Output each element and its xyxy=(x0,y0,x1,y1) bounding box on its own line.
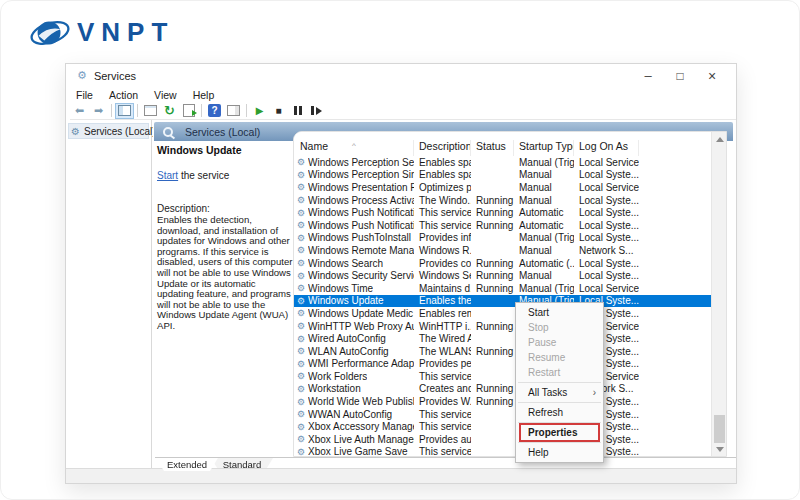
menu-item-label: Stop xyxy=(528,322,549,333)
table-row[interactable]: ⚙Xbox Accessory Manageme...This service … xyxy=(294,420,711,433)
menu-view[interactable]: View xyxy=(146,89,185,101)
service-name-cell: ⚙Windows PushToInstall Serv... xyxy=(294,232,414,243)
menu-item-label: Resume xyxy=(528,352,565,363)
export-icon[interactable] xyxy=(141,103,160,119)
service-logon-cell: Local Syste... xyxy=(574,258,639,269)
table-row[interactable]: ⚙Windows TimeMaintains d...RunningManual… xyxy=(294,282,711,295)
menu-file[interactable]: File xyxy=(68,89,101,101)
menu-item-all-tasks[interactable]: All Tasks› xyxy=(516,385,603,400)
vertical-scrollbar[interactable] xyxy=(711,132,726,456)
table-row[interactable]: ⚙World Wide Web Publishin...Provides W..… xyxy=(294,395,711,408)
tree-item-services-local[interactable]: ⚙ Services (Local) xyxy=(68,123,149,139)
service-name-label: Windows Update xyxy=(308,295,384,306)
menu-action[interactable]: Action xyxy=(101,89,146,101)
tab-extended[interactable]: Extended xyxy=(156,458,218,471)
menu-item-help[interactable]: Help xyxy=(516,445,603,460)
table-row[interactable]: ⚙WinHTTP Web Proxy Auto-...WinHTTP i...R… xyxy=(294,320,711,333)
menu-help[interactable]: Help xyxy=(185,89,223,101)
table-row[interactable]: ⚙Windows Push Notification...This servic… xyxy=(294,206,711,219)
column-header-startup-type[interactable]: Startup Type xyxy=(514,140,574,156)
column-header-log-on-as[interactable]: Log On As xyxy=(574,140,639,156)
menu-separator xyxy=(518,422,601,423)
service-description-cell: This service ... xyxy=(414,220,471,231)
service-gear-icon: ⚙ xyxy=(297,258,305,268)
menu-separator xyxy=(518,442,601,443)
table-row[interactable]: ⚙Work FoldersThis service ...ManualLocal… xyxy=(294,370,711,383)
service-name-cell: ⚙Windows Push Notification... xyxy=(294,220,414,231)
forward-icon[interactable] xyxy=(89,103,108,119)
column-header-name[interactable]: Name^ xyxy=(294,140,414,156)
scroll-down-icon[interactable] xyxy=(712,442,727,456)
table-row[interactable]: ⚙Windows Perception ServiceEnables spa..… xyxy=(294,156,711,169)
table-row-selected[interactable]: ⚙Windows UpdateEnables the ...Manual (Tr… xyxy=(294,295,711,308)
services-app-icon: ⚙ xyxy=(77,69,87,82)
minimize-button[interactable] xyxy=(632,64,664,87)
service-name-label: Windows PushToInstall Serv... xyxy=(308,232,414,243)
table-row[interactable]: ⚙WLAN AutoConfigThe WLANS...RunningAutom… xyxy=(294,345,711,358)
sort-ascending-icon: ^ xyxy=(352,141,356,150)
table-row[interactable]: ⚙Xbox Live Game SaveThis service ...Manu… xyxy=(294,446,711,456)
scrollbar-thumb[interactable] xyxy=(714,415,725,443)
table-row[interactable]: ⚙Windows Push Notification...This servic… xyxy=(294,219,711,232)
table-row[interactable]: ⚙Windows Presentation Fou...Optimizes p.… xyxy=(294,181,711,194)
service-description-cell: Provides au... xyxy=(414,434,471,445)
service-startup-cell: Manual xyxy=(514,169,574,180)
table-row[interactable]: ⚙WMI Performance AdapterProvides pe...Ma… xyxy=(294,358,711,371)
menu-item-stop: Stop xyxy=(516,320,603,335)
table-row[interactable]: ⚙WorkstationCreates and...RunningAutomat… xyxy=(294,383,711,396)
service-action-line: Start the service xyxy=(157,170,293,181)
service-name-cell: ⚙WMI Performance Adapter xyxy=(294,358,414,369)
banner-label: Services (Local) xyxy=(185,126,260,138)
toolbar xyxy=(70,102,736,120)
service-action-rest: the service xyxy=(178,170,229,181)
service-description-cell: This service ... xyxy=(414,371,471,382)
service-status-cell: Running xyxy=(471,195,514,206)
table-row[interactable]: ⚙Windows Security ServiceWindows Se...Ru… xyxy=(294,269,711,282)
menu-item-start[interactable]: Start xyxy=(516,305,603,320)
column-header-description[interactable]: Description xyxy=(414,140,471,156)
table-row[interactable]: ⚙Windows Process Activatio...The Windo..… xyxy=(294,194,711,207)
show-hide-console-tree-icon[interactable] xyxy=(115,103,134,119)
service-logon-cell: Local Syste... xyxy=(574,270,639,281)
service-startup-cell: Automatic xyxy=(514,220,574,231)
table-row[interactable]: ⚙Windows SearchProvides co...RunningAuto… xyxy=(294,257,711,270)
service-name-label: WMI Performance Adapter xyxy=(308,358,414,369)
table-row[interactable]: ⚙Wired AutoConfigThe Wired A...ManualLoc… xyxy=(294,332,711,345)
start-service-link[interactable]: Start xyxy=(157,170,178,181)
service-logon-cell: Local Service xyxy=(574,283,639,294)
table-row[interactable]: ⚙Windows Update Medic Ser...Enables rem.… xyxy=(294,307,711,320)
stop-service-icon[interactable] xyxy=(269,103,288,119)
menu-item-properties[interactable]: Properties xyxy=(516,425,603,440)
toolbar-separator xyxy=(201,104,202,117)
service-status-cell: Running xyxy=(471,283,514,294)
scroll-up-icon[interactable] xyxy=(712,132,727,146)
service-status-cell: Running xyxy=(471,396,514,407)
table-row[interactable]: ⚙Windows PushToInstall Serv...Provides i… xyxy=(294,232,711,245)
service-gear-icon: ⚙ xyxy=(297,447,305,456)
menu-item-refresh[interactable]: Refresh xyxy=(516,405,603,420)
service-name-cell: ⚙Windows Time xyxy=(294,283,414,294)
restart-service-icon[interactable] xyxy=(307,103,326,119)
help-icon[interactable] xyxy=(205,103,224,119)
column-header-status[interactable]: Status xyxy=(471,140,514,156)
start-service-icon[interactable] xyxy=(250,103,269,119)
pause-service-icon[interactable] xyxy=(288,103,307,119)
refresh-icon[interactable] xyxy=(160,103,179,119)
back-icon[interactable] xyxy=(70,103,89,119)
service-status-cell: Running xyxy=(471,346,514,357)
service-description-cell: This service ... xyxy=(414,409,471,420)
maximize-button[interactable] xyxy=(664,64,696,87)
table-row[interactable]: ⚙Windows Perception Simul...Enables spa.… xyxy=(294,169,711,182)
table-row[interactable]: ⚙WWAN AutoConfigThis service ...ManualLo… xyxy=(294,408,711,421)
service-logon-cell: Local Service xyxy=(574,157,639,168)
service-startup-cell: Manual xyxy=(514,195,574,206)
show-hide-action-pane-icon[interactable] xyxy=(224,103,243,119)
export-list-icon[interactable] xyxy=(179,103,198,119)
close-button[interactable] xyxy=(696,64,728,87)
service-name-cell: ⚙World Wide Web Publishin... xyxy=(294,396,414,407)
table-row[interactable]: ⚙Windows Remote Manage...Windows R...Man… xyxy=(294,244,711,257)
service-name-label: Windows Update Medic Ser... xyxy=(308,308,414,319)
service-gear-icon: ⚙ xyxy=(297,296,305,306)
service-gear-icon: ⚙ xyxy=(297,397,305,407)
table-row[interactable]: ⚙Xbox Live Auth ManagerProvides au...Man… xyxy=(294,433,711,446)
